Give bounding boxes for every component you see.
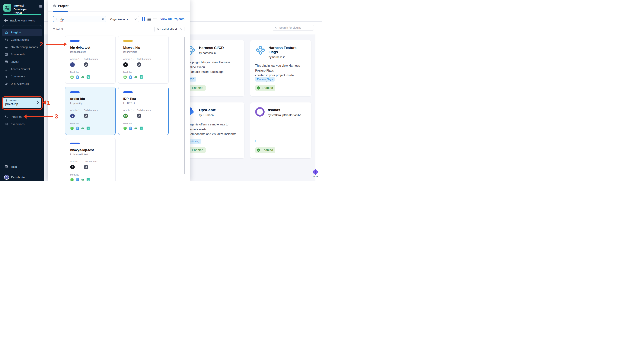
sidebar-item-oauth-configurations[interactable]: OAuth Configurations <box>2 43 42 51</box>
admin-label: Admin (1) <box>70 109 84 112</box>
sidebar-item-label: OAuth Configurations <box>11 45 38 49</box>
card-color-bar <box>70 143 80 144</box>
organizations-dropdown-value: Organizations <box>110 18 128 21</box>
project-card-bhavya-idp-test[interactable]: bhavya-idp-test Id: bhavyaidptest Admin … <box>65 138 116 181</box>
sidebar-item-configurations[interactable]: Configurations <box>2 36 42 43</box>
help-chat-icon: ? <box>4 165 8 169</box>
module-ccm-icon: $ <box>134 75 138 79</box>
module-ci-icon <box>123 127 127 130</box>
view-all-projects-link[interactable]: View All Projects <box>160 17 184 21</box>
user-menu[interactable]: D Debabrata <box>4 175 25 180</box>
admin-avatar: SJ <box>123 114 128 118</box>
user-name: Debabrata <box>11 176 25 179</box>
collaborators-label: Collaborators <box>84 160 98 163</box>
module-ci-icon <box>70 127 74 130</box>
check-circle-icon <box>257 148 260 152</box>
right-gutter-divider <box>315 35 316 181</box>
sidebar-item-url-allow-list[interactable]: URL Allow List <box>2 80 42 87</box>
sidebar-item-executions[interactable]: Executions <box>2 120 42 128</box>
sort-dropdown[interactable]: Last Modified <box>154 26 184 32</box>
project-id: Id: IDPTest <box>123 102 164 105</box>
sidebar-item-plugins[interactable]: Plugins <box>2 29 42 36</box>
project-search-input[interactable]: idp ✕ <box>53 16 106 22</box>
accent-rule <box>4 14 41 15</box>
plugin-card-opsgenie[interactable]: OpsGenie by K-Phoen Opsgenie offers a si… <box>181 103 244 158</box>
module-idp-icon <box>86 127 90 130</box>
annotation-arrow-2-tail <box>46 44 64 45</box>
module-idp-icon <box>140 127 143 130</box>
plugin-search-placeholder: Search for plugins <box>279 26 301 29</box>
sidebar-item-label: Plugins <box>11 31 21 34</box>
sidebar: Internal Developer Portal Back to Main M… <box>0 0 44 181</box>
modules-label: Modules <box>70 122 110 125</box>
gear-icon <box>4 38 8 42</box>
project-card-bhavya-idp[interactable]: bhavya-idp Id: bhavyaidp Admin (1) B Col… <box>118 36 168 84</box>
project-name: projct-idp <box>70 97 110 101</box>
avatar: D <box>4 175 9 180</box>
module-srm-icon <box>76 127 79 130</box>
nav-group-divider <box>2 25 42 28</box>
collaborator-person-icon <box>84 62 88 67</box>
sidebar-item-label: Configurations <box>11 38 29 41</box>
aida-assistant-button[interactable]: AIDA <box>310 169 321 178</box>
sidebar-item-connectors[interactable]: Connectors <box>2 73 42 80</box>
lock-icon <box>4 45 8 49</box>
project-name: IDP-Test <box>123 97 164 101</box>
svg-text:?: ? <box>6 165 7 167</box>
list-view-icon[interactable] <box>147 18 151 21</box>
link-icon <box>4 82 8 86</box>
collaborators-label: Collaborators <box>84 109 98 112</box>
plugin-card-harness-feature-flags[interactable]: Harness Feature Flags by harness.io This… <box>250 40 311 96</box>
help-button[interactable]: ? Help <box>4 165 17 169</box>
annotation-label-2: 2 <box>40 42 43 47</box>
status-badge: Enabled <box>255 147 275 153</box>
module-ccm-icon: $ <box>134 127 138 130</box>
executions-play-icon <box>4 122 8 126</box>
plugin-card-harness-cicd[interactable]: Harness CI/CD by harness.io This plugin … <box>181 40 244 96</box>
plugin-title: Harness Feature Flags <box>268 46 306 54</box>
card-color-bar <box>123 40 133 42</box>
annotation-arrowhead-1 <box>43 100 46 105</box>
admin-avatar: B <box>70 165 75 169</box>
dsadas-logo-icon <box>255 107 264 117</box>
modules-label: Modules <box>123 71 164 74</box>
project-name: bhavya-idp-test <box>70 148 110 152</box>
layout-icon <box>4 60 8 64</box>
grid-view-icon[interactable] <box>142 17 145 21</box>
chevron-down-icon <box>134 19 137 20</box>
project-id: Id: projctidp <box>70 102 110 105</box>
project-card-idp-test[interactable]: IDP-Test Id: IDPTest Admin (1) SJ Collab… <box>118 87 168 135</box>
arrow-left-icon <box>4 19 8 22</box>
organizations-dropdown[interactable]: Organizations <box>108 16 139 22</box>
sidebar-item-layout[interactable]: Layout <box>2 58 42 65</box>
active-tab-indicator <box>53 11 68 12</box>
project-card-idp-deba-test[interactable]: idp-deba-test Id: idpdebatest Admin (1) … <box>65 36 116 84</box>
apps-grid-icon[interactable] <box>39 5 42 8</box>
plugin-description: Opsgenie offers a simple way to associat… <box>181 122 244 137</box>
collaborators-label: Collaborators <box>84 58 98 61</box>
connectors-icon <box>4 75 8 78</box>
compact-list-view-icon[interactable] <box>153 18 157 21</box>
admin-avatar: D <box>70 62 75 67</box>
admin-label: Admin (1) <box>70 160 84 163</box>
sidebar-item-access-control[interactable]: Access Control <box>2 65 42 73</box>
scrollbar-thumb[interactable] <box>184 37 185 174</box>
back-to-main-menu[interactable]: Back to Main Menu <box>4 19 35 22</box>
total-count: Total: 5 <box>53 28 63 31</box>
admin-label: Admin (1) <box>123 58 137 61</box>
sidebar-item-scorecards[interactable]: Scorecards <box>2 51 42 58</box>
plugin-search-input[interactable]: Search for plugins <box>273 25 314 31</box>
plugin-tag: Feature Flags <box>255 77 274 82</box>
collaborators-label: Collaborators <box>137 109 151 112</box>
search-icon <box>55 18 58 21</box>
module-ccm-icon: $ <box>81 178 85 181</box>
tab-project[interactable]: Project <box>53 4 68 8</box>
status-badge: Enabled <box>255 85 275 91</box>
module-ci-icon <box>70 75 74 79</box>
project-card-projct-idp[interactable]: projct-idp Id: projctidp Admin (1) D Col… <box>65 87 116 135</box>
modules-label: Modules <box>70 173 110 176</box>
collaborator-person-icon <box>137 114 141 118</box>
project-id: Id: bhavyaidp <box>123 51 164 53</box>
clear-search-icon[interactable]: ✕ <box>102 18 104 21</box>
plugin-card-dsadas[interactable]: dsadas by testGroupCreateSahiba Enabled <box>250 103 311 158</box>
